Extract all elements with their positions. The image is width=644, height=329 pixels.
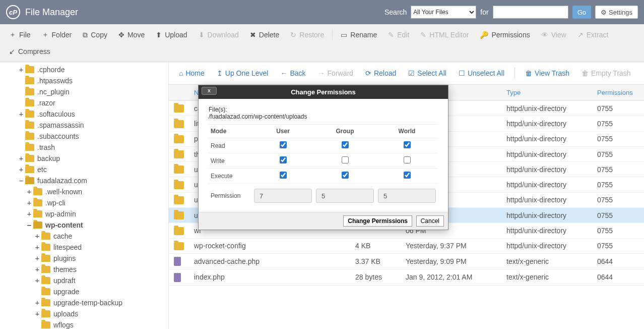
tree-toggle[interactable]: + — [26, 210, 32, 218]
tree-label: .subaccounts — [37, 132, 79, 140]
tree-toggle[interactable]: + — [34, 254, 40, 262]
dialog-footer: Change Permissions Cancel — [199, 212, 448, 230]
edit-button[interactable]: ✎Edit — [383, 28, 414, 42]
col-type[interactable]: Type — [501, 85, 592, 101]
tree-toggle[interactable]: + — [34, 232, 40, 240]
tree-toggle[interactable]: + — [18, 66, 24, 74]
search-scope-select[interactable]: All Your Files — [411, 6, 476, 19]
tree-item[interactable]: +themes — [0, 264, 168, 275]
tree-item[interactable]: .subaccounts — [0, 131, 168, 142]
view-button[interactable]: 👁View — [536, 28, 571, 42]
tree-item[interactable]: +etc — [0, 164, 168, 175]
folder-tree[interactable]: +.cphorde.htpasswds.nc_plugin.razor+.sof… — [0, 62, 169, 329]
execute-world-checkbox[interactable] — [404, 172, 411, 179]
download-button[interactable]: ⬇Download — [194, 28, 244, 42]
file-row[interactable]: advanced-cache.php3.37 KBYesterday, 9:09… — [169, 253, 644, 269]
go-button[interactable]: Go — [572, 6, 591, 19]
tree-toggle[interactable]: + — [26, 188, 32, 196]
forward-button[interactable]: →Forward — [313, 66, 358, 80]
tree-item[interactable]: +upgrade-temp-backup — [0, 297, 168, 308]
change-permissions-button[interactable]: Change Permissions — [343, 215, 412, 227]
file-row[interactable]: wp-rocket-config4 KBYesterday, 9:37 PMht… — [169, 238, 644, 253]
delete-button[interactable]: ✖Delete — [245, 28, 284, 42]
tree-item[interactable]: .spamassassin — [0, 120, 168, 131]
tree-item[interactable]: −wp-content — [0, 220, 168, 231]
read-user-checkbox[interactable] — [280, 141, 287, 148]
folder-icon — [41, 288, 50, 295]
folder-icon — [25, 99, 34, 106]
move-button[interactable]: ✥Move — [113, 28, 150, 42]
read-world-checkbox[interactable] — [404, 141, 411, 148]
tree-toggle[interactable]: − — [18, 177, 24, 185]
write-world-checkbox[interactable] — [404, 156, 411, 163]
col-icon[interactable] — [169, 85, 189, 101]
select-all-button[interactable]: ☑Select All — [403, 66, 452, 80]
tree-item[interactable]: +.wp-cli — [0, 197, 168, 208]
file-row[interactable]: index.php28 bytesJan 9, 2012, 2:01 AMtex… — [169, 269, 644, 285]
copy-button[interactable]: ⧉Copy — [78, 28, 112, 42]
tree-item[interactable]: .htpasswds — [0, 75, 168, 86]
html-editor-button[interactable]: ✎HTML Editor — [415, 28, 474, 42]
tree-item[interactable]: −fuadalazad.com — [0, 175, 168, 186]
back-button[interactable]: ←Back — [275, 66, 310, 80]
tree-item[interactable]: .nc_plugin — [0, 86, 168, 97]
tree-item[interactable]: +litespeed — [0, 242, 168, 253]
up-icon: ↥ — [217, 69, 223, 77]
tree-toggle[interactable]: + — [18, 154, 24, 162]
unselect-all-button[interactable]: ☐Unselect All — [454, 66, 509, 80]
tree-item[interactable]: +updraft — [0, 275, 168, 286]
tree-toggle[interactable]: + — [18, 110, 24, 118]
close-button[interactable]: x — [202, 87, 217, 95]
execute-user-checkbox[interactable] — [280, 172, 287, 179]
extract-button[interactable]: ↗Extract — [572, 28, 614, 42]
tree-item[interactable]: +uploads — [0, 308, 168, 319]
eye-icon: 👁 — [541, 31, 548, 39]
up-one-level-button[interactable]: ↥Up One Level — [212, 66, 274, 80]
write-user-checkbox[interactable] — [280, 156, 287, 163]
perm-group-input[interactable] — [316, 189, 374, 203]
tree-toggle[interactable]: + — [18, 166, 24, 174]
tree-toggle[interactable]: − — [26, 221, 32, 229]
tree-toggle[interactable]: + — [26, 199, 32, 207]
cancel-button[interactable]: Cancel — [416, 215, 444, 227]
execute-group-checkbox[interactable] — [342, 172, 349, 179]
new-file-button[interactable]: ＋File — [4, 27, 36, 42]
read-group-checkbox[interactable] — [342, 141, 349, 148]
compress-button[interactable]: ↙Compress — [4, 44, 55, 59]
view-trash-button[interactable]: 🗑View Trash — [520, 66, 574, 80]
settings-button[interactable]: ⚙ Settings — [595, 6, 638, 19]
tree-item[interactable]: +cache — [0, 231, 168, 242]
col-perm[interactable]: Permissions — [592, 85, 644, 101]
rename-button[interactable]: ▭Rename — [336, 28, 382, 42]
upload-button[interactable]: ⬆Upload — [151, 28, 192, 42]
tree-item[interactable]: .razor — [0, 97, 168, 108]
restore-button[interactable]: ↻Restore — [285, 28, 329, 42]
tree-item[interactable]: +.well-known — [0, 186, 168, 197]
perm-world-input[interactable] — [378, 189, 436, 203]
tree-item[interactable]: .trash — [0, 142, 168, 153]
perm-user-input[interactable] — [254, 189, 312, 203]
tree-toggle[interactable]: + — [34, 277, 40, 285]
tree-item[interactable]: +.cphorde — [0, 64, 168, 75]
tree-toggle[interactable]: + — [34, 310, 40, 318]
home-button[interactable]: ⌂Home — [174, 66, 210, 80]
file-type: text/x-generic — [501, 269, 592, 285]
tree-toggle[interactable]: + — [34, 243, 40, 251]
tree-item[interactable]: +.softaculous — [0, 108, 168, 120]
folder-icon — [41, 277, 50, 284]
reload-button[interactable]: ⟳Reload — [360, 66, 401, 80]
new-folder-button[interactable]: ＋Folder — [37, 27, 77, 42]
search-input[interactable] — [493, 6, 568, 19]
tree-item[interactable]: upgrade — [0, 286, 168, 297]
permissions-button[interactable]: 🔑Permissions — [475, 28, 535, 42]
tree-item[interactable]: +backup — [0, 153, 168, 164]
tree-item[interactable]: +plugins — [0, 253, 168, 264]
tree-toggle[interactable]: + — [34, 265, 40, 273]
tree-item[interactable]: +wp-admin — [0, 208, 168, 220]
tree-toggle[interactable]: + — [34, 299, 40, 307]
write-group-checkbox[interactable] — [342, 156, 349, 163]
folder-icon — [41, 233, 50, 240]
file-type: httpd/unix-directory — [501, 223, 592, 238]
empty-trash-button[interactable]: 🗑Empty Trash — [576, 66, 636, 80]
tree-item[interactable]: wflogs — [0, 319, 168, 329]
